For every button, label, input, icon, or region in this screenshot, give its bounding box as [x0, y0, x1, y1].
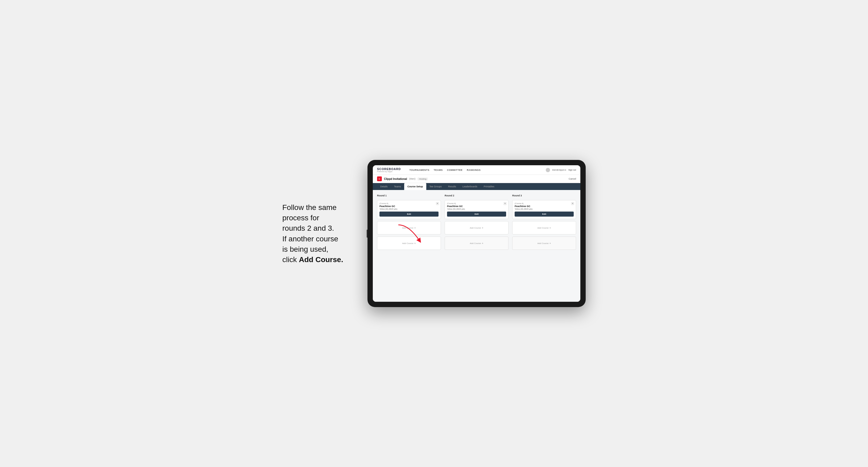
tab-printables[interactable]: Printables	[480, 183, 498, 190]
top-nav-right: blair@clippd.io Sign out	[546, 168, 576, 172]
round-3-course-card: ✕ (Course A) Peachtree GC Yellow (M) (66…	[512, 200, 576, 219]
round-1-add-course-2[interactable]: Add Course +	[377, 237, 441, 250]
logo-main-text: SCOREBOARD	[377, 167, 401, 170]
page-wrapper: Follow the same process for rounds 2 and…	[248, 160, 620, 307]
instruction-panel: Follow the same process for rounds 2 and…	[282, 202, 357, 265]
tablet-frame: SCOREBOARD Powered by clippd TOURNAMENTS…	[368, 160, 586, 307]
round-3-label: Round 3	[512, 194, 576, 197]
round-2-course-details: Yellow (M) (6629 yds)	[447, 208, 506, 210]
round-1-course-name: Peachtree GC	[379, 205, 438, 208]
round-1-course-details: Yellow (M) (6629 yds)	[379, 208, 438, 210]
round-1-column: Round 1 ✕ (Course A) Peachtree GC Yellow…	[377, 194, 441, 250]
nav-tournaments[interactable]: TOURNAMENTS	[409, 168, 429, 172]
logo-sub-text: Powered by clippd	[377, 170, 401, 173]
round-1-course-label: (Course A)	[379, 203, 438, 205]
round-2-course-name: Peachtree GC	[447, 205, 506, 208]
round-1-delete-button[interactable]: ✕	[436, 202, 439, 205]
hosting-badge: Hosting	[417, 178, 428, 180]
round-3-add-course-text-2: Add Course +	[537, 242, 551, 245]
nav-rankings[interactable]: RANKINGS	[467, 168, 480, 172]
round-1-add-course-text-1: Add Course +	[402, 226, 416, 229]
nav-teams[interactable]: TEAMS	[434, 168, 443, 172]
round-3-add-course-1[interactable]: Add Course +	[512, 221, 576, 235]
top-nav: SCOREBOARD Powered by clippd TOURNAMENTS…	[373, 165, 580, 175]
round-2-edit-button[interactable]: Edit	[447, 212, 506, 217]
round-3-add-course-2: Add Course +	[512, 237, 576, 250]
nav-links: TOURNAMENTS TEAMS COMMITTEE RANKINGS	[409, 168, 540, 172]
instruction-line6-prefix: click	[282, 255, 299, 264]
round-1-label: Round 1	[377, 194, 441, 197]
round-3-add-course-text-1: Add Course +	[537, 226, 551, 229]
tab-teams[interactable]: Teams	[391, 183, 404, 190]
instruction-line3: rounds 2 and 3.	[282, 224, 334, 232]
tabs-bar: Details Teams Course Setup Tee Groups Re…	[373, 183, 580, 190]
round-2-add-course-1[interactable]: Add Course +	[445, 221, 508, 235]
main-content: Round 1 ✕ (Course A) Peachtree GC Yellow…	[373, 190, 580, 302]
round-3-course-name: Peachtree GC	[515, 205, 574, 208]
round-2-add-course-2: Add Course +	[445, 237, 508, 250]
round-2-column: Round 2 ✕ (Course A) Peachtree GC Yellow…	[445, 194, 508, 250]
round-2-add-course-text-2: Add Course +	[470, 242, 483, 245]
round-2-course-label: (Course A)	[447, 203, 506, 205]
round-3-course-label: (Course A)	[515, 203, 574, 205]
instruction-line6-bold: Add Course.	[299, 255, 343, 264]
sub-header: C Clippd Invitational (Men) Hosting Canc…	[373, 175, 580, 183]
round-1-add-course-1[interactable]: Add Course +	[377, 221, 441, 235]
instruction-line4: If another course	[282, 235, 338, 243]
instruction-line2: process for	[282, 214, 319, 222]
tournament-name: Clippd Invitational	[384, 178, 407, 180]
tab-results[interactable]: Results	[445, 183, 459, 190]
cancel-button[interactable]: Cancel	[569, 178, 576, 180]
round-3-column: Round 3 ✕ (Course A) Peachtree GC Yellow…	[512, 194, 576, 250]
scoreboard-logo: SCOREBOARD Powered by clippd	[377, 167, 401, 173]
round-1-add-course-text-2: Add Course +	[402, 242, 416, 245]
tab-leaderboards[interactable]: Leaderboards	[459, 183, 480, 190]
round-1-course-card: ✕ (Course A) Peachtree GC Yellow (M) (66…	[377, 200, 441, 219]
round-3-course-details: Yellow (M) (6629 yds)	[515, 208, 574, 210]
round-2-add-course-text-1: Add Course +	[470, 226, 483, 229]
sign-out-link[interactable]: Sign out	[568, 169, 576, 171]
tablet-side-button	[367, 230, 368, 238]
user-email: blair@clippd.io	[552, 169, 566, 171]
nav-committee[interactable]: COMMITTEE	[447, 168, 463, 172]
round-2-label: Round 2	[445, 194, 508, 197]
tab-details[interactable]: Details	[377, 183, 391, 190]
round-3-edit-button[interactable]: Edit	[515, 212, 574, 217]
tab-tee-groups[interactable]: Tee Groups	[426, 183, 445, 190]
round-1-edit-button[interactable]: Edit	[379, 212, 438, 217]
sub-header-left: C Clippd Invitational (Men) Hosting	[377, 177, 428, 181]
clippd-logo-icon: C	[377, 177, 382, 181]
instruction-line1: Follow the same	[282, 203, 337, 212]
user-avatar	[546, 168, 550, 172]
tournament-qualifier: (Men)	[409, 178, 416, 180]
rounds-grid: Round 1 ✕ (Course A) Peachtree GC Yellow…	[377, 194, 576, 250]
tablet-screen: SCOREBOARD Powered by clippd TOURNAMENTS…	[373, 165, 580, 302]
instruction-line5: is being used,	[282, 245, 328, 253]
round-3-delete-button[interactable]: ✕	[571, 202, 574, 205]
round-2-delete-button[interactable]: ✕	[503, 202, 507, 205]
round-2-course-card: ✕ (Course A) Peachtree GC Yellow (M) (66…	[445, 200, 508, 219]
tab-course-setup[interactable]: Course Setup	[404, 183, 426, 190]
